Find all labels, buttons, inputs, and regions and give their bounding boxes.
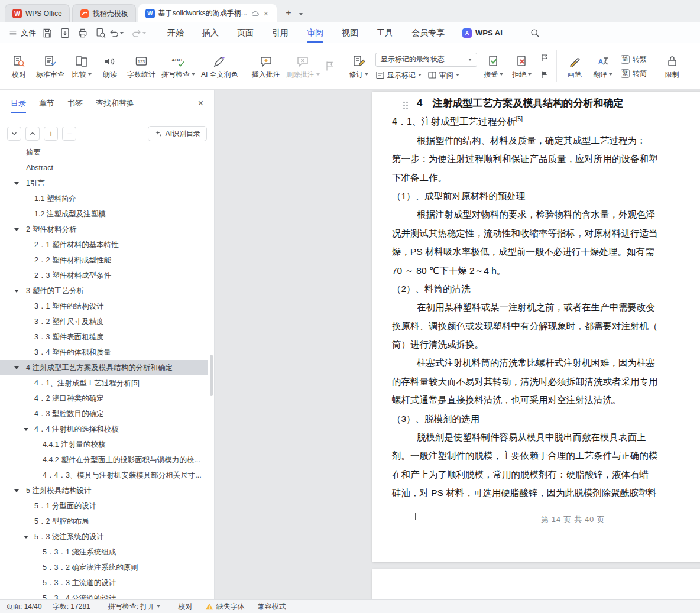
toc-collapse-all-button[interactable]: − — [62, 127, 76, 141]
next-document-page[interactable] — [372, 569, 700, 599]
sidebar-tab-contents[interactable]: 目录 — [11, 98, 26, 109]
toc-item[interactable]: Abstract — [0, 160, 208, 176]
show-markup-button[interactable]: 显示标记 — [375, 70, 422, 80]
accept-button[interactable]: 接受 — [479, 47, 508, 86]
simplified-to-traditional-button[interactable]: 简转繁 — [621, 54, 647, 64]
ribbon-tab-tools[interactable]: 工具 — [375, 22, 394, 43]
undo-caret-icon[interactable] — [120, 32, 124, 34]
sidebar-tab-find-replace[interactable]: 查找和替换 — [96, 98, 134, 109]
tab-list-caret-icon[interactable] — [299, 13, 303, 15]
ai-recognize-toc-button[interactable]: AI识别目录 — [148, 126, 207, 141]
toc-item[interactable]: 5．3．2 确定浇注系统的原则 — [0, 560, 208, 575]
compatibility-mode-indicator[interactable]: 兼容模式 — [257, 602, 286, 612]
toc-item[interactable]: 5．3 浇注系统的设计 — [0, 529, 208, 544]
sidebar-close-button[interactable]: × — [198, 99, 203, 108]
toc-item[interactable]: 3．4 塑件的体积和质量 — [0, 345, 208, 360]
toc-item[interactable]: 4．4 注射机的选择和校核 — [0, 421, 208, 437]
toc-expand-arrow-icon[interactable] — [14, 366, 19, 369]
ribbon-tab-reference[interactable]: 引用 — [271, 22, 290, 43]
reject-button[interactable]: 拒绝 — [508, 47, 536, 86]
insert-comment-button[interactable]: 插入批注 — [249, 47, 283, 86]
proofread-status[interactable]: 校对 — [178, 602, 192, 612]
read-aloud-button[interactable]: 朗读 — [96, 47, 124, 86]
compare-button[interactable]: 比较 — [67, 47, 96, 86]
toc-item[interactable]: 5．3．1 浇注系统组成 — [0, 544, 208, 560]
file-menu-button[interactable]: 文件 — [8, 28, 36, 38]
brush-button[interactable]: 画笔 — [560, 47, 589, 86]
ribbon-tab-membership[interactable]: 会员专享 — [410, 22, 446, 43]
spellcheck-status[interactable]: 拼写检查: 打开 — [108, 602, 161, 612]
toc-item[interactable]: 5 注射模具结构设计 — [0, 483, 208, 498]
redo-caret-icon[interactable] — [142, 32, 146, 34]
toc-item[interactable]: 5．3．3 主流道的设计 — [0, 575, 208, 591]
toc-expand-level-button[interactable] — [7, 127, 21, 141]
toc-item[interactable]: 4．2 浇口种类的确定 — [0, 391, 208, 406]
next-comment-button[interactable] — [323, 59, 337, 73]
toc-item[interactable]: 4．4．3、模具与注射机安装模具部分相关尺寸... — [0, 468, 208, 483]
word-count-button[interactable]: 字数统计 — [124, 47, 158, 86]
toc-item[interactable]: 4．3 型腔数目的确定 — [0, 406, 208, 421]
toc-item[interactable]: 5．3．4 分流道的设计 — [0, 591, 208, 599]
track-changes-button[interactable]: 修订 — [345, 47, 373, 86]
toc-scrollbar[interactable] — [210, 355, 213, 396]
delete-comment-button[interactable]: 删除批注 — [283, 47, 323, 86]
ribbon-tab-home[interactable]: 开始 — [166, 22, 185, 43]
word-count-indicator[interactable]: 字数: 17281 — [53, 602, 90, 612]
undo-button[interactable] — [108, 27, 124, 39]
toc-item[interactable]: 1引言 — [0, 176, 208, 191]
toc-item[interactable]: 5．1 分型面的设计 — [0, 498, 208, 514]
tab-docer-templates[interactable]: 找稻壳模板 — [72, 4, 136, 22]
toc-item[interactable]: 2．3 塑件材料成型条件 — [0, 268, 208, 283]
search-button[interactable] — [529, 27, 542, 40]
toc-expand-arrow-icon[interactable] — [14, 182, 19, 185]
page-indicator[interactable]: 页面: 14/40 — [6, 602, 42, 612]
document-page[interactable]: 4 注射成型工艺方案及模具结构的分析和确定4．1、注射成型工艺过程分析[5]根据… — [372, 92, 700, 562]
export-pdf-button[interactable] — [59, 27, 72, 40]
close-tab-button[interactable]: × — [262, 9, 270, 18]
sidebar-tab-chapters[interactable]: 章节 — [39, 98, 54, 109]
toc-item[interactable]: 2．1 塑件材料的基本特性 — [0, 237, 208, 252]
save-button[interactable] — [41, 27, 54, 40]
print-button[interactable] — [76, 27, 89, 40]
traditional-to-simplified-button[interactable]: 繁转简 — [621, 69, 647, 79]
toc-item[interactable]: 3．1 塑件的结构设计 — [0, 299, 208, 314]
ribbon-tab-page[interactable]: 页面 — [236, 22, 255, 43]
ai-polish-button[interactable]: AI 全文润色 — [198, 47, 241, 86]
restrict-edit-button[interactable]: 限制 — [658, 47, 686, 86]
toc-collapse-level-button[interactable] — [25, 127, 40, 141]
new-tab-button[interactable]: + — [281, 6, 296, 20]
ribbon-tab-view[interactable]: 视图 — [341, 22, 359, 43]
toc-item[interactable]: 2 塑件材料分析 — [0, 222, 208, 237]
standard-review-button[interactable]: 标准审查 — [33, 47, 67, 86]
toc-expand-arrow-icon[interactable] — [14, 228, 19, 231]
toc-item[interactable]: 摘要 — [0, 145, 208, 160]
previous-revision-button[interactable] — [537, 51, 552, 65]
markup-state-select[interactable]: 显示标记的最终状态 — [375, 53, 477, 67]
document-body[interactable]: 4 注射成型工艺方案及模具结构的分析和确定4．1、注射成型工艺过程分析[5]根据… — [392, 94, 700, 502]
toc-item[interactable]: 4.4.2 塑件在分型面上的投影面积与锁模力的校... — [0, 452, 208, 468]
toc-item[interactable]: 4.4.1 注射量的校核 — [0, 437, 208, 452]
toc-item[interactable]: 3．2 塑件尺寸及精度 — [0, 314, 208, 329]
toc-item[interactable]: 4．1、注射成型工艺过程分析[5] — [0, 375, 208, 391]
wps-ai-button[interactable]: A WPS AI — [462, 28, 503, 38]
toc-item[interactable]: 1.1 塑料简介 — [0, 191, 208, 206]
ribbon-tab-insert[interactable]: 插入 — [201, 22, 220, 43]
toc-item[interactable]: 3 塑件的工艺分析 — [0, 283, 208, 299]
sidebar-tab-bookmarks[interactable]: 书签 — [67, 98, 83, 109]
tab-document[interactable]: W 基于solidworks的游戏手柄... × — [138, 4, 277, 22]
toc-item[interactable]: 1.2 注塑成型及注塑模 — [0, 206, 208, 222]
toc-expand-all-button[interactable]: + — [44, 127, 58, 141]
toc-expand-arrow-icon[interactable] — [24, 536, 28, 539]
toc-expand-arrow-icon[interactable] — [24, 428, 28, 431]
next-revision-button[interactable] — [537, 67, 552, 82]
toc-item[interactable]: 4 注射成型工艺方案及模具结构的分析和确定 — [0, 360, 208, 375]
toc-expand-arrow-icon[interactable] — [14, 290, 19, 293]
toc-item[interactable]: 2．2 塑件材料成型性能 — [0, 252, 208, 268]
document-canvas[interactable]: 4 注射成型工艺方案及模具结构的分析和确定4．1、注射成型工艺过程分析[5]根据… — [215, 90, 700, 599]
toc-item[interactable]: 3．3 塑件表面粗糙度 — [0, 329, 208, 345]
proofread-button[interactable]: 校对 — [5, 47, 33, 86]
review-pane-button[interactable]: 审阅 — [427, 70, 459, 80]
spell-check-button[interactable]: 拼写检查 — [158, 47, 198, 86]
toc-expand-arrow-icon[interactable] — [14, 489, 19, 492]
missing-fonts-warning[interactable]: 缺失字体 — [205, 602, 244, 612]
